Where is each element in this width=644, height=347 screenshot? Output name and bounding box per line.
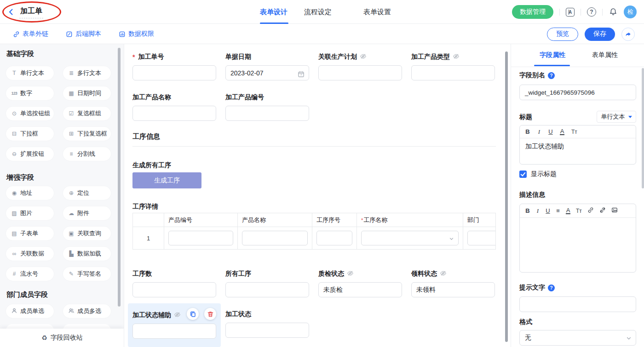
all-processes-input[interactable] (225, 282, 309, 297)
material-status-input[interactable]: 未领料 (411, 282, 495, 297)
remove-link-icon[interactable] (599, 207, 606, 215)
italic-icon[interactable]: I (535, 207, 540, 215)
linked-production-plan-input[interactable] (318, 65, 402, 80)
field-dropdown[interactable]: ⊟下拉框 (6, 127, 54, 141)
field-widget-process-order-no[interactable]: *加工单号 (132, 52, 216, 80)
tab-form-design[interactable]: 表单设计 (260, 0, 288, 24)
font-size-icon[interactable]: Tт (576, 208, 582, 214)
field-widget-product-no[interactable]: 加工产品编号 (225, 93, 309, 121)
field-widget-process-count[interactable]: 工序数 (132, 269, 216, 297)
process-status-input[interactable] (225, 323, 309, 338)
font-size-icon[interactable]: Tт (571, 129, 577, 135)
checked-checkbox-icon[interactable] (519, 171, 527, 178)
insert-link-icon[interactable] (587, 207, 594, 215)
product-no-input[interactable] (225, 106, 309, 121)
field-widget-product-name[interactable]: 加工产品名称 (132, 93, 216, 121)
help-icon[interactable]: ? (548, 72, 555, 79)
share-button[interactable] (621, 28, 635, 41)
backend-script-link[interactable]: 后端脚本 (66, 30, 101, 38)
process-status-helper-input[interactable] (132, 324, 216, 339)
underline-icon[interactable]: U (548, 128, 553, 135)
doc-date-input[interactable]: 2023-02-07 7 (225, 65, 309, 80)
field-widget-doc-date[interactable]: 单据日期 2023-02-07 7 (225, 52, 309, 80)
hint-input[interactable] (519, 296, 636, 312)
show-title-option[interactable]: 显示标题 (519, 170, 557, 178)
qc-status-input[interactable]: 未质检 (318, 282, 402, 297)
copy-field-button[interactable] (187, 308, 199, 320)
generate-process-button[interactable]: 生成工序 (132, 172, 201, 188)
field-widget-all-processes[interactable]: 所有工序 (225, 269, 309, 297)
font-color-icon[interactable]: A (560, 128, 564, 135)
process-order-no-input[interactable] (132, 65, 216, 80)
cell-product-no-input[interactable] (168, 231, 233, 245)
field-divider[interactable]: ≡分割线 (63, 147, 111, 161)
field-linked-query[interactable]: ▣关联查询 (63, 227, 111, 240)
field-geolocation[interactable]: ⊕定位 (63, 186, 111, 200)
data-manage-button[interactable]: 数据管理 (512, 5, 553, 19)
field-signature[interactable]: ✎手写签名 (63, 267, 111, 281)
cell-product-name-input[interactable] (242, 231, 308, 245)
user-avatar[interactable]: 检 (624, 6, 637, 18)
tab-form-setting[interactable]: 表单设置 (363, 0, 391, 24)
canvas-scrollbar[interactable] (505, 51, 508, 342)
form-title[interactable]: 加工单 (19, 6, 43, 18)
save-button[interactable]: 保存 (585, 28, 615, 41)
field-member-single[interactable]: 成员单选 (6, 304, 54, 318)
product-type-input[interactable] (411, 65, 495, 80)
help-icon[interactable]: ? (587, 7, 596, 17)
help-icon[interactable]: ? (548, 284, 555, 291)
field-datetime[interactable]: ▦日期时间 (63, 86, 111, 100)
field-type-select[interactable]: 单行文本 (597, 111, 636, 123)
description-content-textarea[interactable] (520, 218, 636, 272)
field-member-multi[interactable]: 成员多选 (63, 304, 111, 318)
data-permission-link[interactable]: 数据权限 (119, 30, 154, 38)
tab-form-properties[interactable]: 表单属性 (592, 44, 618, 66)
back-icon[interactable] (7, 8, 15, 16)
field-serial-number[interactable]: #流水号 (6, 267, 54, 281)
process-count-input[interactable] (132, 282, 216, 297)
field-address[interactable]: ◉地址 (6, 186, 54, 200)
tab-flow-setting[interactable]: 流程设定 (304, 0, 332, 24)
field-number[interactable]: 123数字 (6, 86, 54, 100)
alias-input[interactable]: _widget_1667965975096 (519, 85, 636, 100)
address-book-icon[interactable]: A (566, 8, 575, 17)
field-linked-data[interactable]: ∞关联数据 (6, 247, 54, 261)
field-widget-product-type[interactable]: 加工产品类型 (411, 52, 495, 80)
field-radio-group[interactable]: ⊙单选按钮组 (6, 107, 54, 120)
field-multi-line-text[interactable]: ≣多行文本 (63, 66, 111, 80)
field-single-line-text[interactable]: T单行文本 (6, 66, 54, 80)
preview-button[interactable]: 预览 (547, 28, 578, 41)
title-content-textarea[interactable]: 加工状态辅助 (520, 138, 636, 155)
field-widget-linked-production-plan[interactable]: 关联生产计划 (318, 52, 402, 80)
insert-image-icon[interactable] (611, 207, 618, 215)
underline-icon[interactable]: U (546, 207, 550, 214)
field-extend-button[interactable]: ⊖扩展按钮 (6, 147, 54, 161)
delete-field-button[interactable] (204, 308, 216, 320)
field-widget-process-status[interactable]: 加工状态 (225, 310, 309, 338)
field-subform[interactable]: ▤子表单 (6, 227, 54, 240)
field-multi-dropdown[interactable]: ⊞下拉复选框 (63, 127, 111, 141)
field-recycle-bin[interactable]: ♻ 字段回收站 (0, 329, 124, 347)
italic-icon[interactable]: I (537, 128, 541, 136)
selected-field-widget[interactable]: 加工状态辅助 (128, 303, 221, 347)
panel-scrollbar[interactable] (642, 68, 644, 188)
notification-bell-icon[interactable] (609, 7, 618, 17)
tab-field-properties[interactable]: 字段属性 (540, 44, 565, 66)
bold-icon[interactable]: B (525, 128, 530, 135)
field-checkbox-group[interactable]: ☑复选框组 (63, 107, 111, 120)
field-image[interactable]: ▨图片 (6, 206, 54, 220)
font-color-icon[interactable]: A (566, 207, 570, 214)
format-select[interactable]: 无 (519, 330, 636, 346)
field-widget-qc-status[interactable]: 质检状态 未质检 (318, 269, 402, 297)
field-data-load[interactable]: ▙数据加载 (63, 247, 111, 261)
bold-icon[interactable]: B (525, 207, 530, 214)
field-attachment[interactable]: ☁附件 (63, 206, 111, 220)
cell-process-name-select[interactable] (361, 231, 459, 245)
sidebar-scrollbar[interactable] (118, 48, 121, 307)
cell-department-input[interactable] (467, 231, 496, 245)
align-icon[interactable]: ≡ (556, 207, 560, 214)
field-widget-material-status[interactable]: 领料状态 未领料 (411, 269, 495, 297)
cell-process-seq-input[interactable] (316, 231, 352, 245)
product-name-input[interactable] (132, 106, 216, 121)
form-external-link[interactable]: 表单外链 (13, 30, 48, 38)
